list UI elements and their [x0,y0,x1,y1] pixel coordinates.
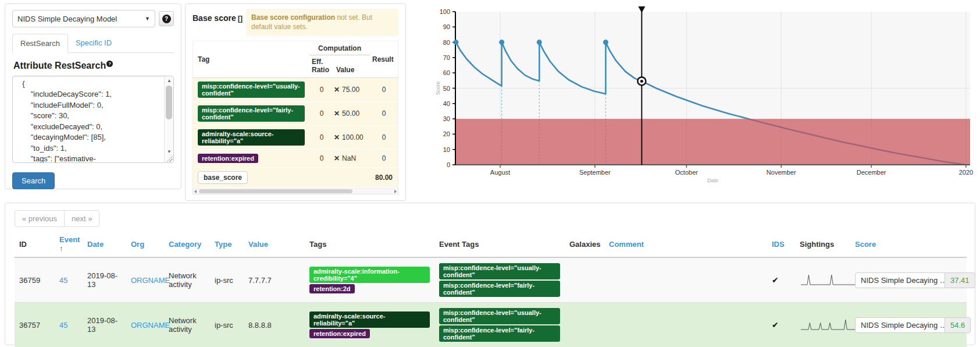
scrollbar-thumb[interactable] [199,189,352,193]
attr-category: Network activity [164,257,210,303]
tag-badge[interactable]: misp:confidence-level="fairly-confident" [198,105,305,122]
event-tag-badge[interactable]: misp:confidence-level="usually-confident… [439,263,560,279]
tab-specific-id[interactable]: Specific ID [68,34,119,53]
svg-text:November: November [767,169,796,176]
select-caret-icon: ▼ [145,16,150,22]
base-score-chip: base_score [198,171,248,184]
tag-numeric-value: 75.00 [342,86,359,94]
svg-text:40: 40 [443,100,450,107]
previous-page-button[interactable]: « previous [15,210,65,227]
svg-text:10: 10 [443,146,450,153]
attr-value: 8.8.8.8 [244,303,305,347]
next-page-button[interactable]: next » [64,210,99,227]
col-header-computation: Computation [309,41,370,55]
attribute-results-panel: « previous next » ID Event ↑ Date Org Ca… [5,203,975,345]
tag-badge[interactable]: retention:expired [198,154,258,163]
restsearch-heading: Attribute RestSearch? [13,61,174,71]
col-comment-sortable[interactable]: Comment [604,232,767,257]
svg-text:60: 60 [443,69,450,76]
results-header-row: ID Event ↑ Date Org Category Type Value … [15,232,967,257]
svg-text:100: 100 [440,8,450,15]
base-score-total-row: base_score 80.00 [193,168,398,188]
col-type-sortable[interactable]: Type [210,232,244,257]
col-category-sortable[interactable]: Category [164,232,210,257]
eff-ratio-value: 0 [309,86,334,94]
tab-restsearch[interactable]: RestSearch [12,34,68,53]
svg-text:50: 50 [443,85,450,92]
multiply-icon: ✕ [334,109,340,118]
decaying-model-select[interactable]: NIDS Simple Decaying Model ▼ [12,10,155,27]
event-link[interactable]: 45 [59,321,67,330]
org-link[interactable]: ORGNAME [131,321,170,330]
attribute-row[interactable]: 36757 45 2019-08-13 ORGNAME Network acti… [15,303,967,347]
score-group: NIDS Simple Decaying … 54.6 [855,317,971,333]
col-score-sortable[interactable]: Score [850,232,967,257]
tag-badge[interactable]: admiralty-scale:source-reliability="a" [309,311,430,328]
col-header-tag: Tag [193,41,309,77]
org-link[interactable]: ORGNAME [131,276,170,285]
attribute-row[interactable]: 36759 45 2019-08-13 ORGNAME Network acti… [15,257,967,303]
attr-galaxies [565,257,604,303]
tag-badge[interactable]: retention:expired [309,329,370,338]
model-help-button[interactable]: ? [159,11,174,26]
score-model-name: NIDS Simple Decaying … [855,272,945,288]
restsearch-query-textarea[interactable]: { "includeDecayScore": 1, "includeFullMo… [12,76,174,163]
col-date-sortable[interactable]: Date [83,232,126,257]
tag-badge[interactable]: retention:2d [309,284,355,293]
tag-numeric-value: NaN [342,154,356,162]
multiply-icon: ✕ [334,133,340,141]
scroll-left-icon[interactable] [194,190,197,193]
scroll-right-icon[interactable] [394,190,397,193]
row-result: 0 [370,109,398,118]
scrollbar-thumb[interactable] [166,86,172,119]
event-tag-badge[interactable]: misp:confidence-level="fairly-confident" [439,325,560,342]
event-tag-badge[interactable]: misp:confidence-level="usually-confident… [439,308,560,324]
restsearch-query-text[interactable]: { "includeDecayScore": 1, "includeFullMo… [13,76,173,162]
row-result: 0 [370,133,398,141]
sort-ascending-icon: ↑ [59,244,63,253]
model-search-panel: NIDS Simple Decaying Model ▼ ? RestSearc… [5,3,181,189]
base-score-config-alert: Base score configuration not set. But de… [246,9,398,36]
tag-badge[interactable]: misp:confidence-level="usually-confident… [198,82,305,98]
svg-text:90: 90 [443,23,450,30]
col-org-sortable[interactable]: Org [126,232,164,257]
svg-text:October: October [675,169,698,176]
textarea-scrollbar[interactable]: ▲ ▼ [164,76,173,162]
base-score-row: misp:confidence-level="usually-confident… [193,78,398,102]
table-horizontal-scrollbar[interactable] [193,189,398,194]
svg-text:Date: Date [707,178,718,183]
event-tag-badge[interactable]: misp:confidence-level="fairly-confident" [439,281,560,297]
attr-date: 2019-08-13 [83,257,126,303]
expand-icon[interactable]: [ ] [238,14,241,23]
search-button[interactable]: Search [12,172,55,189]
base-score-total-value: 80.00 [370,174,398,182]
base-score-panel: Base score[ ] Base score configuration n… [185,3,406,201]
eff-ratio-value: 0 [309,133,334,141]
attr-date: 2019-08-13 [83,303,126,347]
heading-help-icon[interactable]: ? [106,61,113,67]
col-event-sortable[interactable]: Event ↑ [55,232,83,257]
attr-id: 36759 [15,257,55,303]
svg-text:20: 20 [443,130,450,137]
base-score-title: Base score[ ] [193,9,241,23]
multiply-icon: ✕ [334,86,340,94]
attr-type: ip-src [210,257,244,303]
search-tabs: RestSearch Specific ID [12,33,174,53]
svg-text:80: 80 [443,39,450,46]
col-value-sortable[interactable]: Value [244,232,305,257]
col-ids-sortable[interactable]: IDS [767,232,795,257]
scroll-up-icon[interactable]: ▲ [165,76,174,84]
svg-text:30: 30 [443,115,450,122]
base-score-row: admiralty-scale:source-reliability="a" 0… [193,126,398,150]
tag-badge[interactable]: admiralty-scale:source-reliability="a" [198,129,305,146]
row-result: 0 [370,154,398,162]
svg-text:Score: Score [435,82,441,95]
tag-badge[interactable]: admiralty-scale:information-credibility=… [309,267,430,283]
event-link[interactable]: 45 [59,276,67,285]
row-result: 0 [370,86,398,94]
decay-score-chart[interactable]: 0102030405060708090100AugustSeptemberOct… [407,0,980,185]
scroll-down-icon[interactable]: ▼ [165,147,174,155]
attribute-results-table: ID Event ↑ Date Org Category Type Value … [15,232,967,347]
score-model-name: NIDS Simple Decaying … [855,317,945,333]
textarea-resize-grip[interactable] [166,155,173,162]
